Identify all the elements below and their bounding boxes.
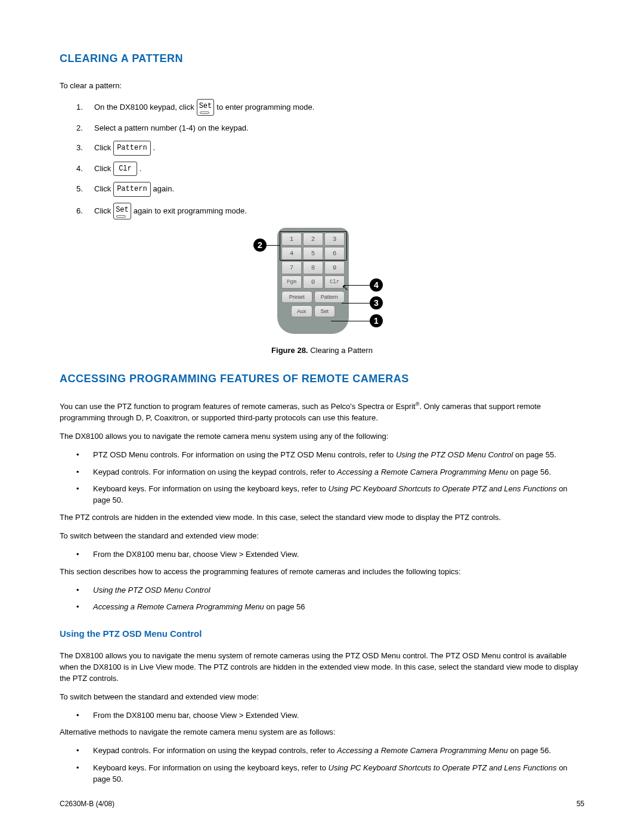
accessing-p1: You can use the PTZ function to program … — [60, 401, 584, 424]
figure-28: 1 2 3 4 5 6 7 8 9 Pgm 0 Clr — [60, 228, 584, 355]
key-3: 3 — [324, 233, 345, 246]
footer-page-num: 55 — [577, 800, 584, 808]
callout-3: 3 — [370, 296, 383, 309]
pattern-button-icon: Pattern — [113, 141, 150, 155]
accessing-p4: To switch between the standard and exten… — [60, 531, 584, 542]
key-aux: Aux — [291, 305, 312, 317]
accessing-p5: This section describes how to access the… — [60, 566, 584, 578]
key-7: 7 — [281, 261, 302, 274]
clearing-steps: 1. On the DX8100 keypad, click Set to en… — [60, 99, 584, 219]
footer-doc-id: C2630M-B (4/08) — [60, 800, 114, 808]
accessing-p2: The DX8100 allows you to navigate the re… — [60, 431, 584, 442]
heading-accessing: ACCESSING PROGRAMMING FEATURES OF REMOTE… — [60, 373, 584, 385]
osd-bullets: • Keypad controls. For information on us… — [60, 745, 584, 785]
key-2: 2 — [303, 233, 323, 246]
key-1: 1 — [281, 233, 302, 246]
accessing-p3: The PTZ controls are hidden in the exten… — [60, 512, 584, 524]
key-0: 0 — [303, 275, 323, 289]
osd-p1: The DX8100 allows you to navigate the me… — [60, 651, 584, 685]
accessing-bullets-1: • PTZ OSD Menu controls. For information… — [60, 450, 584, 506]
key-6: 6 — [324, 247, 345, 260]
osd-p3: Alternative methods to navigate the remo… — [60, 727, 584, 738]
set-button-icon: Set — [197, 99, 215, 116]
key-4: 4 — [281, 247, 302, 260]
callout-4: 4 — [370, 278, 383, 292]
callout-2: 2 — [253, 239, 267, 252]
figure-caption: Figure 28. Clearing a Pattern — [60, 346, 584, 355]
key-pattern: Pattern — [314, 291, 345, 303]
accessing-topics: •Using the PTZ OSD Menu Control • Access… — [60, 585, 584, 614]
set-button-icon: Set — [113, 203, 131, 219]
heading-clearing-pattern: CLEARING A PATTERN — [60, 52, 584, 65]
key-8: 8 — [303, 261, 323, 274]
key-set: Set — [314, 305, 336, 317]
keypad-image: 1 2 3 4 5 6 7 8 9 Pgm 0 Clr — [277, 228, 349, 334]
clearing-intro: To clear a pattern: — [60, 80, 584, 92]
heading-osd: Using the PTZ OSD Menu Control — [60, 628, 584, 639]
key-9: 9 — [324, 261, 345, 274]
clr-button-icon: Clr — [113, 162, 137, 176]
page-footer: C2630M-B (4/08) 55 — [60, 800, 584, 808]
osd-p2: To switch between the standard and exten… — [60, 692, 584, 703]
callout-1: 1 — [370, 314, 383, 327]
mouse-cursor-icon: ↖ — [342, 283, 349, 292]
key-preset: Preset — [281, 291, 312, 303]
key-5: 5 — [303, 247, 323, 260]
key-pgm: Pgm — [281, 275, 302, 289]
pattern-button-icon: Pattern — [113, 182, 150, 196]
